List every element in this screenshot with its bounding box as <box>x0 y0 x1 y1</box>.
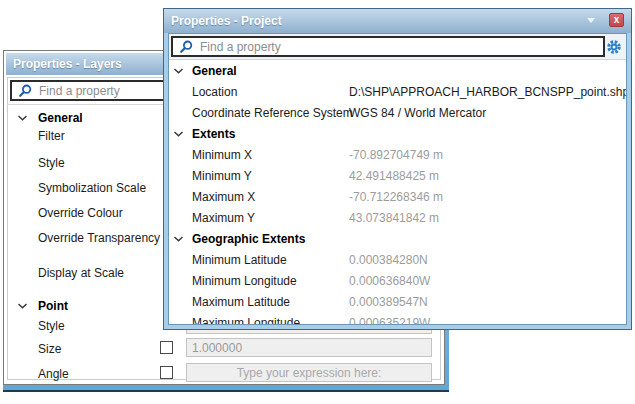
project-titlebar[interactable]: Properties - Project x <box>164 9 631 33</box>
settings-gear-icon[interactable] <box>606 39 622 55</box>
chevron-down-icon[interactable] <box>18 115 27 121</box>
property-label: Size <box>38 340 61 358</box>
property-value: D:\SHP\APPROACH_HARBOR_BCNSPP_point.shp <box>349 82 626 103</box>
project-search-input[interactable] <box>200 40 601 54</box>
property-label: Style <box>38 154 65 172</box>
property-row-max-lat[interactable]: Maximum Latitude 0.000389547N <box>169 292 626 313</box>
search-icon <box>179 40 193 54</box>
property-label: Minimum Y <box>192 166 252 187</box>
property-value: 42.491488425 m <box>349 166 439 187</box>
property-label: Maximum Longitude <box>192 313 300 324</box>
size-input[interactable] <box>187 339 431 356</box>
size-input-field[interactable] <box>186 338 432 357</box>
property-row-min-y[interactable]: Minimum Y 42.491488425 m <box>169 166 626 187</box>
property-label: Maximum Latitude <box>192 292 290 313</box>
section-label: Point <box>38 297 68 315</box>
angle-input[interactable] <box>187 364 431 381</box>
property-row-max-x[interactable]: Maximum X -70.712268346 m <box>169 187 626 208</box>
property-row-max-y[interactable]: Maximum Y 43.073841842 m <box>169 208 626 229</box>
size-checkbox[interactable] <box>160 341 173 354</box>
layers-title: Properties - Layers <box>6 53 122 75</box>
desktop-background: Properties - Layers General Filter Style <box>0 0 635 404</box>
project-search-strip <box>169 34 626 60</box>
section-general[interactable]: General <box>169 61 626 82</box>
property-value: 0.000384280N <box>349 250 428 271</box>
property-row-location[interactable]: Location D:\SHP\APPROACH_HARBOR_BCNSPP_p… <box>169 82 626 103</box>
property-label: Display at Scale <box>38 264 124 282</box>
property-value: -70.892704749 m <box>349 145 443 166</box>
property-label: Angle <box>38 365 69 383</box>
property-row-crs[interactable]: Coordinate Reference System WGS 84 / Wor… <box>169 103 626 124</box>
property-row-min-lat[interactable]: Minimum Latitude 0.000384280N <box>169 250 626 271</box>
section-label: General <box>38 109 83 127</box>
project-title: Properties - Project <box>164 9 282 33</box>
section-label: Geographic Extents <box>192 229 305 250</box>
chevron-down-icon[interactable] <box>18 303 27 309</box>
property-row-min-lon[interactable]: Minimum Longitude 0.000636840W <box>169 271 626 292</box>
window-menu-chevron-icon[interactable] <box>587 18 595 23</box>
property-label: Maximum X <box>192 187 255 208</box>
close-button[interactable]: x <box>609 13 624 27</box>
section-geographic-extents[interactable]: Geographic Extents <box>169 229 626 250</box>
angle-input-field[interactable] <box>186 363 432 382</box>
chevron-down-icon[interactable] <box>174 236 183 242</box>
property-value: 0.000636840W <box>349 271 430 292</box>
property-value: 0.000389547N <box>349 292 428 313</box>
property-label: Location <box>192 82 237 103</box>
project-content: General Location D:\SHP\APPROACH_HARBOR_… <box>168 33 627 325</box>
property-label: Override Colour <box>38 204 123 222</box>
project-property-grid: General Location D:\SHP\APPROACH_HARBOR_… <box>169 61 626 324</box>
property-label: Minimum Latitude <box>192 250 287 271</box>
property-value: 43.073841842 m <box>349 208 439 229</box>
section-extents[interactable]: Extents <box>169 124 626 145</box>
chevron-down-icon[interactable] <box>174 68 183 74</box>
property-value: 0.000635219W <box>349 313 430 324</box>
property-label: Style <box>38 317 65 335</box>
property-row-min-x[interactable]: Minimum X -70.892704749 m <box>169 145 626 166</box>
chevron-down-icon[interactable] <box>174 131 183 137</box>
section-label: General <box>192 61 237 82</box>
property-label: Override Transparency <box>38 229 160 247</box>
search-icon <box>18 84 32 98</box>
project-search-box[interactable] <box>171 36 605 57</box>
property-label: Minimum Longitude <box>192 271 297 292</box>
property-row-max-lon[interactable]: Maximum Longitude 0.000635219W <box>169 313 626 324</box>
property-value: WGS 84 / World Mercator <box>349 103 486 124</box>
property-value: -70.712268346 m <box>349 187 443 208</box>
property-label: Filter <box>38 127 65 145</box>
property-label: Coordinate Reference System <box>192 103 353 124</box>
property-label: Minimum X <box>192 145 252 166</box>
property-label: Maximum Y <box>192 208 255 229</box>
properties-project-panel: Properties - Project x <box>163 8 632 330</box>
property-label: Symbolization Scale <box>38 179 146 197</box>
angle-checkbox[interactable] <box>160 366 173 379</box>
section-label: Extents <box>192 124 235 145</box>
